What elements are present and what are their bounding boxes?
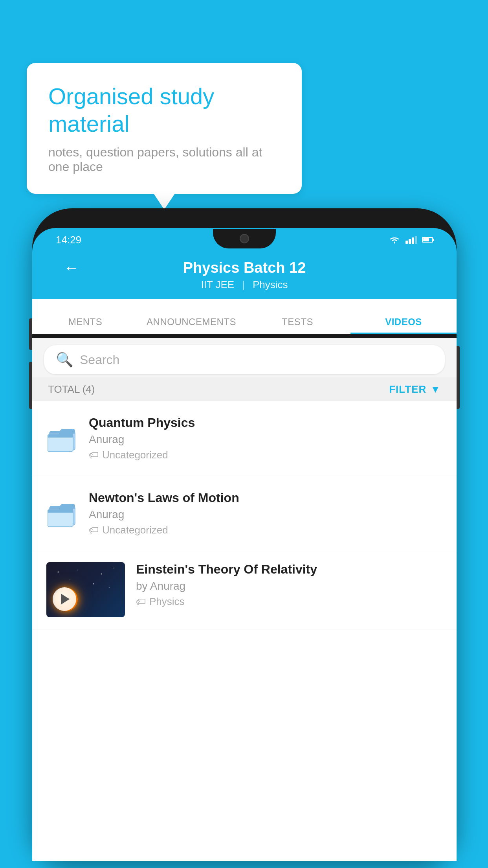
status-time: 14:29 xyxy=(56,234,81,246)
search-bar[interactable]: 🔍 Search xyxy=(44,345,445,374)
tabs-bar: MENTS ANNOUNCEMENTS TESTS VIDEOS xyxy=(32,299,457,334)
tag-label: Uncategorized xyxy=(102,524,168,536)
filter-icon: ▼ xyxy=(430,383,441,395)
play-triangle-icon xyxy=(61,594,70,605)
volume-up-button xyxy=(29,318,32,350)
video-info-2: Newton's Laws of Motion Anurag 🏷 Uncateg… xyxy=(89,491,442,536)
app-header: ← Physics Batch 12 IIT JEE | Physics xyxy=(32,252,457,299)
subtitle-iitjee: IIT JEE xyxy=(201,279,234,291)
video-author: Anurag xyxy=(89,433,442,446)
video-title: Einstein's Theory Of Relativity xyxy=(136,562,442,577)
video-title: Quantum Physics xyxy=(89,416,442,430)
tab-ments[interactable]: MENTS xyxy=(32,316,138,334)
video-tag: 🏷 Uncategorized xyxy=(89,449,442,461)
tab-tests[interactable]: TESTS xyxy=(244,316,350,334)
wifi-icon xyxy=(388,235,401,245)
list-item[interactable]: Quantum Physics Anurag 🏷 Uncategorized xyxy=(32,401,457,476)
video-author: by Anurag xyxy=(136,580,442,592)
tag-icon: 🏷 xyxy=(136,596,146,608)
video-thumbnail xyxy=(46,562,125,617)
filter-label: FILTER xyxy=(389,383,426,395)
app-header-row: ← Physics Batch 12 xyxy=(56,259,433,276)
folder-thumb-1 xyxy=(46,413,78,464)
phone-notch xyxy=(213,229,276,248)
app-title: Physics Batch 12 xyxy=(183,259,306,276)
video-info-3: Einstein's Theory Of Relativity by Anura… xyxy=(136,562,442,608)
bubble-subtitle: notes, question papers, solutions all at… xyxy=(48,145,280,174)
list-item[interactable]: Newton's Laws of Motion Anurag 🏷 Uncateg… xyxy=(32,476,457,551)
svg-point-8 xyxy=(70,579,70,580)
subtitle-physics: Physics xyxy=(253,279,288,291)
filter-button[interactable]: FILTER ▼ xyxy=(389,383,441,395)
status-icons xyxy=(388,235,433,245)
play-button[interactable] xyxy=(53,587,76,611)
search-container: 🔍 Search xyxy=(32,338,457,381)
tag-label: Uncategorized xyxy=(102,449,168,461)
tab-announcements[interactable]: ANNOUNCEMENTS xyxy=(138,316,244,334)
svg-point-6 xyxy=(101,574,102,575)
total-count: TOTAL (4) xyxy=(48,383,95,395)
front-camera xyxy=(240,234,249,243)
svg-point-7 xyxy=(113,568,114,568)
volume-down-button xyxy=(29,362,32,409)
folder-icon xyxy=(48,498,77,529)
tag-label: Physics xyxy=(149,596,185,608)
folder-thumb-2 xyxy=(46,488,78,539)
search-placeholder: Search xyxy=(80,353,119,367)
background: Organised study material notes, question… xyxy=(0,0,488,868)
signal-icon xyxy=(405,236,417,244)
list-item[interactable]: Einstein's Theory Of Relativity by Anura… xyxy=(32,551,457,629)
video-author: Anurag xyxy=(89,508,442,521)
subtitle-separator: | xyxy=(242,279,245,291)
svg-point-9 xyxy=(93,583,94,585)
phone-frame: 14:29 xyxy=(32,208,457,861)
power-button xyxy=(457,346,460,409)
tag-icon: 🏷 xyxy=(89,449,99,461)
battery-icon xyxy=(422,237,433,243)
svg-point-10 xyxy=(109,587,110,588)
app-subtitle: IIT JEE | Physics xyxy=(201,279,288,291)
video-info-1: Quantum Physics Anurag 🏷 Uncategorized xyxy=(89,416,442,461)
video-tag: 🏷 Uncategorized xyxy=(89,524,442,536)
svg-point-5 xyxy=(77,570,78,570)
tab-videos[interactable]: VIDEOS xyxy=(350,316,457,334)
folder-icon xyxy=(48,423,77,454)
video-title: Newton's Laws of Motion xyxy=(89,491,442,505)
speech-bubble: Organised study material notes, question… xyxy=(27,63,302,194)
video-list: Quantum Physics Anurag 🏷 Uncategorized xyxy=(32,401,457,861)
back-button[interactable]: ← xyxy=(64,259,79,277)
svg-point-4 xyxy=(58,572,59,573)
search-icon: 🔍 xyxy=(56,351,73,368)
filter-bar: TOTAL (4) FILTER ▼ xyxy=(32,377,457,401)
video-tag: 🏷 Physics xyxy=(136,596,442,608)
tag-icon: 🏷 xyxy=(89,524,99,536)
bubble-title: Organised study material xyxy=(48,83,280,137)
